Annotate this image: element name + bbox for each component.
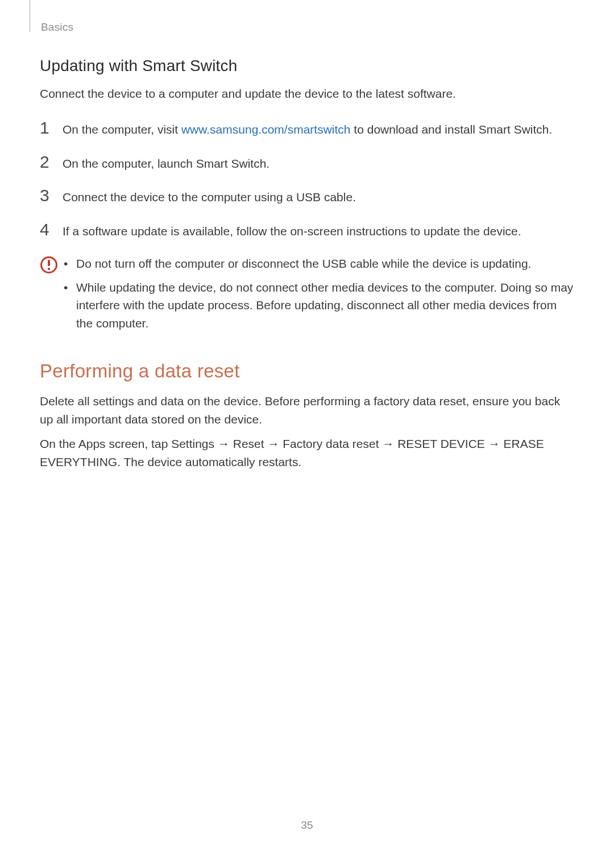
svg-rect-2	[48, 268, 50, 270]
step-number: 3	[40, 187, 63, 204]
step-text: If a software update is available, follo…	[63, 221, 521, 240]
step-number: 1	[40, 119, 63, 136]
step-text-post: to download and install Smart Switch.	[351, 123, 553, 136]
path-settings: Settings	[171, 437, 214, 450]
path-factory-data-reset: Factory data reset	[283, 437, 379, 450]
step-2: 2 On the computer, launch Smart Switch.	[40, 153, 574, 173]
caution-text: While updating the device, do not connec…	[76, 279, 574, 333]
bullet-icon: •	[63, 255, 76, 273]
step-text: On the computer, visit www.samsung.com/s…	[63, 119, 552, 139]
step-text-pre: On the computer, visit	[63, 123, 181, 136]
caution-list: • Do not turn off the computer or discon…	[63, 255, 574, 338]
heading-data-reset: Performing a data reset	[40, 360, 574, 382]
step-number: 2	[40, 153, 63, 171]
para-reset-steps: On the Apps screen, tap Settings → Reset…	[40, 435, 574, 471]
link-smartswitch-url[interactable]: www.samsung.com/smartswitch	[181, 123, 351, 136]
step-text: Connect the device to the computer using…	[63, 187, 356, 206]
caution-block: • Do not turn off the computer or discon…	[40, 255, 574, 338]
bullet-icon: •	[63, 279, 76, 333]
para-reset-intro: Delete all settings and data on the devi…	[40, 392, 574, 428]
step-text: On the computer, launch Smart Switch.	[63, 153, 269, 173]
step-4: 4 If a software update is available, fol…	[40, 221, 574, 240]
arrow: →	[379, 437, 398, 450]
step-3: 3 Connect the device to the computer usi…	[40, 187, 574, 206]
step-number: 4	[40, 221, 63, 238]
arrow: →	[214, 437, 233, 450]
path-reset: Reset	[233, 437, 264, 450]
caution-item: • Do not turn off the computer or discon…	[63, 255, 574, 273]
svg-rect-1	[48, 260, 50, 266]
page-content: Updating with Smart Switch Connect the d…	[40, 57, 574, 477]
arrow: →	[485, 437, 504, 450]
header-divider	[30, 0, 30, 32]
page-number: 35	[0, 819, 614, 832]
path-reset-device: RESET DEVICE	[397, 437, 485, 450]
caution-item: • While updating the device, do not conn…	[63, 279, 574, 333]
step-1: 1 On the computer, visit www.samsung.com…	[40, 119, 574, 139]
intro-smart-switch: Connect the device to a computer and upd…	[40, 85, 574, 102]
subheading-smart-switch: Updating with Smart Switch	[40, 57, 574, 75]
caution-icon	[40, 255, 63, 276]
text-pre: On the Apps screen, tap	[40, 437, 171, 450]
arrow: →	[264, 437, 283, 450]
text-post: . The device automatically restarts.	[117, 455, 301, 468]
header-section-label: Basics	[41, 21, 73, 34]
caution-text: Do not turn off the computer or disconne…	[76, 255, 574, 273]
